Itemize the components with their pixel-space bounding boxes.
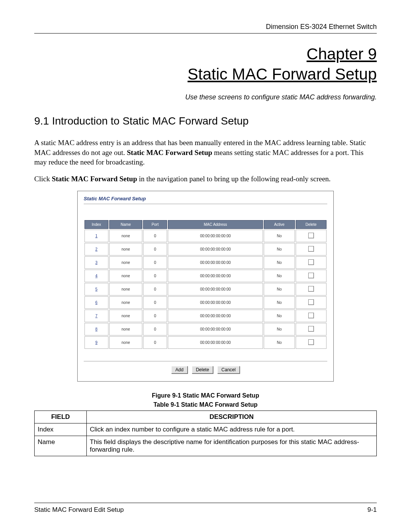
delete-checkbox[interactable] — [308, 286, 314, 292]
index-link[interactable]: 2 — [96, 247, 98, 251]
col-index: Index — [84, 220, 108, 229]
chapter-title: Chapter 9 Static MAC Forward Setup — [34, 44, 377, 84]
table-row: 9none000:00:00:00:00:00No — [84, 336, 327, 349]
cell-delete — [296, 270, 327, 282]
cell-name: none — [109, 230, 143, 242]
table-row: 6none000:00:00:00:00:00No — [84, 296, 327, 309]
cell-active: No — [264, 283, 295, 296]
mac-table-header-row: Index Name Port MAC Address Active Delet… — [84, 220, 327, 229]
p2bold: Static MAC Forward Setup — [52, 175, 137, 183]
cell-name: none — [109, 243, 143, 256]
table-row: 2none000:00:00:00:00:00No — [84, 243, 327, 256]
desc-row: Name This field displays the descriptive… — [35, 436, 377, 456]
section-heading: 9.1 Introduction to Static MAC Forward S… — [34, 115, 377, 127]
delete-checkbox[interactable] — [308, 259, 314, 265]
cell-mac: 00:00:00:00:00:00 — [168, 310, 263, 322]
delete-checkbox[interactable] — [308, 273, 314, 278]
intro-paragraph-1: A static MAC address entry is an address… — [34, 138, 377, 167]
cancel-button[interactable]: Cancel — [217, 366, 240, 374]
page-footer: Static MAC Forward Edit Setup 9-1 — [34, 503, 377, 514]
chapter-line-1: Chapter 9 — [307, 45, 377, 63]
add-button[interactable]: Add — [171, 366, 188, 374]
cell-mac: 00:00:00:00:00:00 — [168, 283, 263, 296]
cell-delete — [296, 296, 327, 309]
index-link[interactable]: 9 — [96, 340, 98, 345]
desc-field: Name — [35, 436, 87, 456]
index-link[interactable]: 1 — [96, 234, 98, 238]
doc-header-right: Dimension ES-3024 Ethernet Switch — [34, 23, 377, 31]
index-link[interactable]: 4 — [96, 274, 98, 278]
cell-port: 0 — [143, 310, 167, 322]
cell-port: 0 — [143, 270, 167, 282]
index-link[interactable]: 5 — [96, 287, 98, 291]
cell-active: No — [264, 230, 295, 242]
col-port: Port — [143, 220, 167, 229]
cell-mac: 00:00:00:00:00:00 — [168, 336, 263, 349]
cell-mac: 00:00:00:00:00:00 — [168, 230, 263, 242]
table-row: 1none000:00:00:00:00:00No — [84, 230, 327, 242]
desc-col-description: DESCRIPTION — [87, 411, 377, 423]
cell-active: No — [264, 296, 295, 309]
cell-active: No — [264, 256, 295, 269]
top-rule — [34, 33, 377, 34]
cell-active: No — [264, 336, 295, 349]
cell-port: 0 — [143, 256, 167, 269]
desc-row: Index Click an index number to configure… — [35, 423, 377, 436]
index-link[interactable]: 6 — [96, 300, 98, 305]
cell-port: 0 — [143, 230, 167, 242]
cell-mac: 00:00:00:00:00:00 — [168, 296, 263, 309]
delete-checkbox[interactable] — [308, 299, 314, 305]
cell-name: none — [109, 323, 143, 335]
col-mac: MAC Address — [168, 220, 263, 229]
mac-table: Index Name Port MAC Address Active Delet… — [84, 219, 327, 350]
cell-name: none — [109, 310, 143, 322]
footer-right: 9-1 — [367, 506, 377, 514]
p1bold: Static MAC Forward Setup — [127, 149, 212, 157]
delete-checkbox[interactable] — [308, 326, 314, 332]
cell-name: none — [109, 270, 143, 282]
intro-paragraph-2: Click Static MAC Forward Setup in the na… — [34, 174, 377, 184]
cell-active: No — [264, 243, 295, 256]
description-table: FIELD DESCRIPTION Index Click an index n… — [34, 411, 377, 456]
table-row: 3none000:00:00:00:00:00No — [84, 256, 327, 269]
delete-checkbox[interactable] — [308, 313, 314, 318]
index-link[interactable]: 8 — [96, 327, 98, 331]
cell-delete — [296, 243, 327, 256]
delete-checkbox[interactable] — [308, 233, 314, 238]
cell-port: 0 — [143, 243, 167, 256]
cell-delete — [296, 336, 327, 349]
figure-caption: Figure 9-1 Static MAC Forward Setup — [34, 392, 377, 399]
cell-mac: 00:00:00:00:00:00 — [168, 323, 263, 335]
index-link[interactable]: 3 — [96, 260, 98, 265]
table-row: 8none000:00:00:00:00:00No — [84, 323, 327, 335]
cell-name: none — [109, 256, 143, 269]
table-caption: Table 9-1 Static MAC Forward Setup — [34, 401, 377, 408]
screenshot-title: Static MAC Forward Setup — [84, 196, 327, 204]
delete-checkbox[interactable] — [308, 246, 314, 252]
col-delete: Delete — [296, 220, 327, 229]
desc-field: Index — [35, 423, 87, 436]
delete-button[interactable]: Delete — [192, 366, 213, 374]
cell-delete — [296, 256, 327, 269]
cell-active: No — [264, 323, 295, 335]
cell-delete — [296, 310, 327, 322]
cell-port: 0 — [143, 296, 167, 309]
screenshot-button-bar: Add Delete Cancel — [84, 361, 327, 374]
desc-desc: This field displays the descriptive name… — [87, 436, 377, 456]
cell-delete — [296, 323, 327, 335]
desc-desc: Click an index number to configure a sta… — [87, 423, 377, 436]
delete-checkbox[interactable] — [308, 339, 314, 345]
table-row: 4none000:00:00:00:00:00No — [84, 270, 327, 282]
cell-name: none — [109, 336, 143, 349]
table-row: 5none000:00:00:00:00:00No — [84, 283, 327, 296]
p2b: in the navigation panel to bring up the … — [137, 175, 331, 183]
cell-delete — [296, 230, 327, 242]
cell-name: none — [109, 296, 143, 309]
cell-active: No — [264, 270, 295, 282]
cell-port: 0 — [143, 323, 167, 335]
cell-delete — [296, 283, 327, 296]
chapter-subtitle: Use these screens to configure static MA… — [34, 93, 377, 101]
index-link[interactable]: 7 — [96, 314, 98, 318]
cell-mac: 00:00:00:00:00:00 — [168, 270, 263, 282]
cell-port: 0 — [143, 336, 167, 349]
